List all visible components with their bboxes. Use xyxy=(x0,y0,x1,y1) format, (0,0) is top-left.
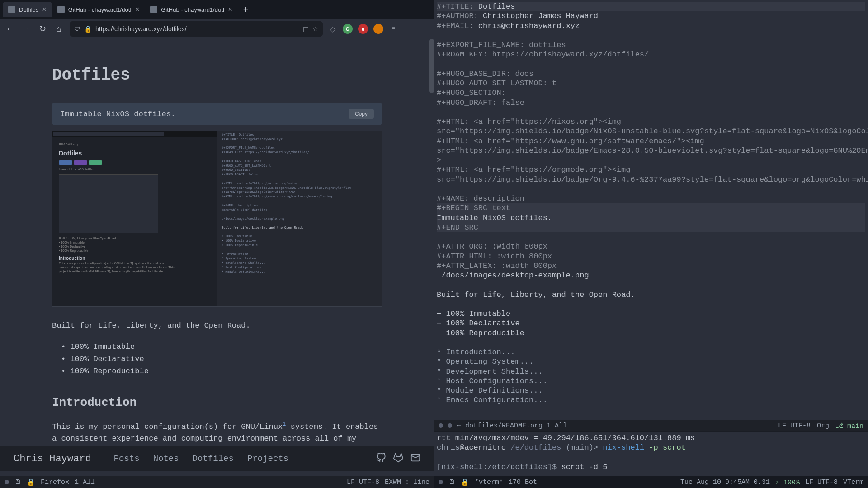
favicon-icon xyxy=(8,6,15,13)
lock-icon: 🔒 xyxy=(84,25,92,33)
close-icon[interactable]: × xyxy=(42,5,46,14)
buffer-name: dotfiles/README.org 1 All xyxy=(465,422,567,430)
status-dot-icon xyxy=(448,423,452,428)
reader-icon[interactable]: ▤ xyxy=(303,25,309,33)
nav-dotfiles[interactable]: Dotfiles xyxy=(193,454,234,464)
back-arrow-icon: ← xyxy=(457,422,461,430)
major-mode: Org xyxy=(817,422,829,430)
list-item: 100% Declarative xyxy=(61,353,382,365)
shield-icon: 🛡 xyxy=(74,25,80,33)
browser-window: Dotfiles × GitHub - chayward1/dotf × Git… xyxy=(0,0,434,471)
scrollbar[interactable] xyxy=(429,39,434,93)
copy-button[interactable]: Copy xyxy=(349,109,374,119)
nav-projects[interactable]: Projects xyxy=(247,454,288,464)
url-bar[interactable]: 🛡 🔒 https://chrishayward.xyz/dotfiles/ ▤… xyxy=(70,21,323,37)
mode: VTerm xyxy=(843,479,863,486)
tagline: Built for Life, Liberty, and the Open Ro… xyxy=(52,321,382,330)
new-tab-button[interactable]: + xyxy=(238,5,254,15)
encoding: LF UTF-8 xyxy=(778,422,811,430)
battery-status: ⚡ 100% xyxy=(775,478,800,487)
tab-dotfiles[interactable]: Dotfiles × xyxy=(3,2,52,17)
status-bar-right: 🗎 🔒 *vterm* 170 Bot Tue Aug 10 9:45AM 0.… xyxy=(434,476,868,488)
reload-button[interactable]: ↻ xyxy=(37,24,48,34)
term-line xyxy=(437,453,865,462)
git-branch: ⎇ main xyxy=(835,422,863,430)
mail-icon[interactable] xyxy=(410,453,420,465)
nav-posts[interactable]: Posts xyxy=(114,454,140,464)
code-block: Immutable NixOS dotfiles. Copy xyxy=(52,103,382,125)
tab-github-1[interactable]: GitHub - chayward1/dotf × xyxy=(52,2,145,17)
section-heading: Introduction xyxy=(52,396,382,409)
browser-tabs: Dotfiles × GitHub - chayward1/dotf × Git… xyxy=(0,0,434,19)
extension-1[interactable]: G xyxy=(343,24,353,34)
term-line: rtt min/avg/max/mdev = 49.294/186.651/36… xyxy=(437,433,865,443)
tab-title: Dotfiles xyxy=(19,6,38,13)
file-icon: 🗎 xyxy=(14,478,21,486)
modeline-org: ← dotfiles/README.org 1 All LF UTF-8 Org… xyxy=(434,420,868,431)
status-bars: 🗎 🔒 Firefox 1 All LF UTF-8 EXWM : line 🗎… xyxy=(0,476,868,488)
brand[interactable]: Chris Hayward xyxy=(14,453,91,465)
position: 1 All xyxy=(75,479,95,486)
term-line: [nix-shell:/etc/dotfiles]$ scrot -d 5 xyxy=(437,462,865,472)
status-dot-icon xyxy=(5,480,9,484)
buffer-name: Firefox xyxy=(41,479,69,486)
menu-icon[interactable]: ≡ xyxy=(389,24,398,33)
list-item: 100% Reproducible xyxy=(61,365,382,377)
page-title: Dotfiles xyxy=(52,66,382,84)
code-text: Immutable NixOS dotfiles. xyxy=(60,110,175,118)
extension-3[interactable] xyxy=(373,24,383,34)
encoding: LF UTF-8 xyxy=(347,479,379,486)
list-item: 100% Immutable xyxy=(61,341,382,353)
gitlab-icon[interactable] xyxy=(393,453,403,465)
term-line: chris@acernitro /e/dotfiles (main)> nix-… xyxy=(437,443,865,452)
mode: EXWM : line xyxy=(385,479,429,486)
back-button[interactable]: ← xyxy=(5,24,15,34)
feature-list: 100% Immutable 100% Declarative 100% Rep… xyxy=(52,341,382,378)
favicon-icon xyxy=(57,6,65,13)
url-text: https://chrishayward.xyz/dotfiles/ xyxy=(95,25,299,33)
site-nav-bar: Chris Hayward Posts Notes Dotfiles Proje… xyxy=(0,446,434,471)
page-content: Dotfiles Immutable NixOS dotfiles. Copy … xyxy=(0,39,434,471)
bookmark-icon[interactable]: ☆ xyxy=(312,25,318,33)
datetime: Tue Aug 10 9:45AM 0.31 xyxy=(680,479,770,486)
forward-button[interactable]: → xyxy=(21,24,32,34)
buffer-name: *vterm* xyxy=(475,479,503,486)
close-icon[interactable]: × xyxy=(135,5,139,14)
favicon-icon xyxy=(150,6,157,13)
lock-icon: 🔒 xyxy=(461,478,469,487)
status-dot-icon xyxy=(439,423,443,428)
terminal[interactable]: rtt min/avg/max/mdev = 49.294/186.651/36… xyxy=(434,431,868,471)
tab-title: GitHub - chayward1/dotf xyxy=(161,6,224,13)
github-icon[interactable] xyxy=(376,453,386,465)
emacs-pane: #+TITLE: Dotfiles #+AUTHOR: Christopher … xyxy=(434,0,868,471)
tab-title: GitHub - chayward1/dotf xyxy=(68,6,132,13)
status-bar-left: 🗎 🔒 Firefox 1 All LF UTF-8 EXWM : line xyxy=(0,476,434,488)
lock-icon: 🔒 xyxy=(27,478,35,487)
position: 170 Bot xyxy=(509,479,537,486)
home-button[interactable]: ⌂ xyxy=(53,24,64,34)
nav-notes[interactable]: Notes xyxy=(153,454,179,464)
status-dot-icon xyxy=(439,480,443,484)
file-icon: 🗎 xyxy=(448,478,455,486)
close-icon[interactable]: × xyxy=(228,5,232,14)
browser-toolbar: ← → ↻ ⌂ 🛡 🔒 https://chrishayward.xyz/dot… xyxy=(0,19,434,39)
tab-github-2[interactable]: GitHub - chayward1/dotf × xyxy=(145,2,238,17)
pocket-icon[interactable]: ◇ xyxy=(328,24,337,33)
screenshot-image: README.org Dotfiles Immutable NixOS dotf… xyxy=(52,131,382,307)
encoding: LF UTF-8 xyxy=(805,479,838,486)
org-editor[interactable]: #+TITLE: Dotfiles #+AUTHOR: Christopher … xyxy=(434,0,868,420)
extension-2[interactable]: u xyxy=(358,24,368,34)
